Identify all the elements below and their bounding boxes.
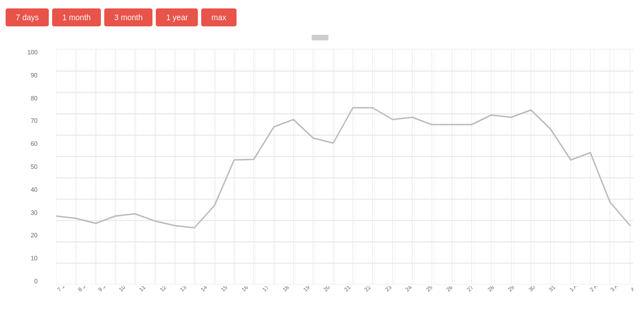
chart-title-area (6, 35, 638, 40)
y-tick-90: 90 (31, 72, 38, 79)
y-tick-30: 30 (31, 209, 38, 216)
x-label-1: 8 Jul, 2024 (77, 286, 100, 293)
btn-7days[interactable]: 7 days (6, 8, 49, 26)
y-tick-60: 60 (31, 140, 38, 147)
y-tick-100: 100 (27, 49, 38, 56)
btn-1month[interactable]: 1 month (52, 8, 101, 26)
x-label-28: 4 Aug, 2024 (629, 286, 633, 293)
chart-svg (56, 49, 633, 284)
y-tick-70: 70 (31, 117, 38, 124)
y-tick-10: 10 (31, 255, 38, 261)
y-tick-40: 40 (31, 186, 38, 193)
chart-inner: 7 Jul, 20248 Jul, 20249 Jul, 202410 Jul,… (56, 43, 633, 290)
y-tick-50: 50 (31, 163, 38, 170)
y-axis: 1009080706050403020100 (16, 49, 41, 284)
svg-rect-0 (56, 49, 633, 284)
btn-1year[interactable]: 1 year (156, 8, 198, 26)
y-tick-80: 80 (31, 95, 38, 102)
x-axis-labels: 7 Jul, 20248 Jul, 20249 Jul, 202410 Jul,… (56, 286, 633, 314)
chart-area: 1009080706050403020100 (6, 43, 633, 307)
time-range-buttons: 7 days1 month3 month1 yearmax (6, 8, 638, 26)
btn-3month[interactable]: 3 month (104, 8, 153, 26)
y-tick-0: 0 (34, 278, 38, 284)
main-container: 7 days1 month3 month1 yearmax 1009080706… (0, 0, 644, 313)
x-label-2: 9 Jul, 2024 (97, 286, 121, 293)
y-tick-20: 20 (31, 232, 38, 238)
x-label-0: 7 Jul, 2024 (56, 286, 80, 293)
legend-line (312, 35, 328, 40)
btn-max[interactable]: max (201, 8, 236, 26)
